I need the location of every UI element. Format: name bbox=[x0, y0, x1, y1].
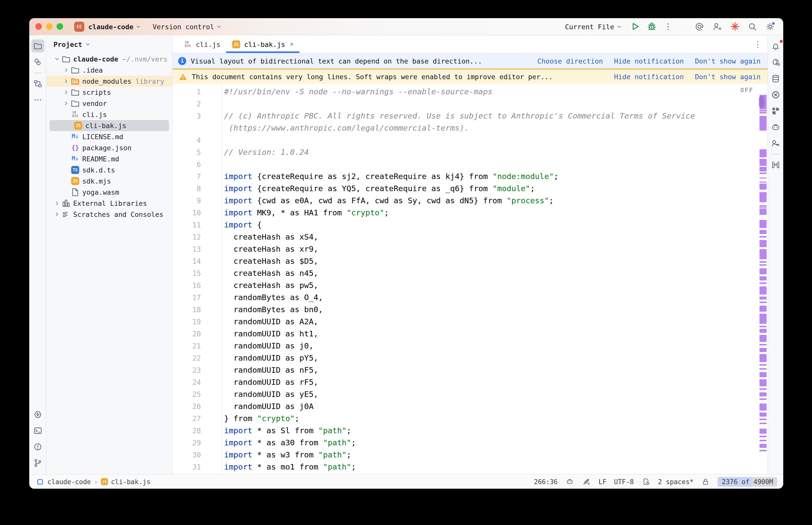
line-number[interactable]: 10 bbox=[173, 207, 222, 219]
chevron-right-icon[interactable] bbox=[62, 65, 71, 75]
search-icon[interactable] bbox=[748, 21, 757, 31]
code-line[interactable]: 10import MK9, * as HA1 from "crypto"; bbox=[173, 207, 768, 219]
line-number[interactable]: 17 bbox=[173, 291, 222, 304]
tab-options-kebab-icon[interactable]: ⋮ bbox=[754, 40, 762, 49]
tree-item[interactable]: JScli-bak.js bbox=[49, 120, 169, 131]
status-item[interactable]: 266:36 bbox=[534, 478, 558, 485]
line-number[interactable]: 15 bbox=[173, 267, 222, 280]
line-number[interactable]: 19 bbox=[173, 316, 222, 328]
code-line[interactable]: 7import {createRequire as sj2, createReq… bbox=[173, 170, 768, 183]
code-line[interactable]: 1#!/usr/bin/env -S node --no-warnings --… bbox=[173, 86, 768, 98]
line-number[interactable]: 22 bbox=[173, 352, 222, 364]
line-number[interactable]: 13 bbox=[173, 243, 222, 255]
status-item[interactable]: 2 spaces* bbox=[658, 478, 694, 485]
code-with-me-icon[interactable] bbox=[769, 137, 782, 150]
tree-item[interactable]: TSsdk.d.ts bbox=[46, 164, 172, 176]
code-line[interactable]: 8import {createRequire as YQ5, createReq… bbox=[173, 183, 768, 195]
line-number[interactable]: 27 bbox=[173, 412, 222, 425]
notification-link[interactable]: Hide notification bbox=[614, 57, 684, 65]
line-number[interactable]: 5 bbox=[173, 146, 222, 159]
tree-item[interactable]: 100JScli.js bbox=[46, 109, 172, 120]
code-line[interactable]: 22 randomUUID as pY5, bbox=[173, 352, 768, 364]
notifications-bell-icon[interactable] bbox=[769, 40, 782, 53]
line-number[interactable]: 28 bbox=[173, 425, 222, 437]
line-number[interactable]: 23 bbox=[173, 364, 222, 376]
code-line[interactable]: 6 bbox=[173, 159, 768, 170]
scrollbar-thumb[interactable] bbox=[759, 96, 764, 108]
problems-icon[interactable] bbox=[31, 440, 44, 453]
code-line[interactable]: 28import * as Sl from "path"; bbox=[173, 425, 768, 437]
code-line[interactable]: 13 createHash as xr9, bbox=[173, 243, 768, 255]
line-number[interactable] bbox=[173, 122, 222, 134]
line-number[interactable]: 8 bbox=[173, 183, 222, 195]
tree-item[interactable]: M↓README.md bbox=[46, 153, 172, 164]
tree-item[interactable]: vendor bbox=[46, 98, 172, 109]
code-line[interactable]: 4 bbox=[173, 134, 768, 146]
project-menu[interactable]: claude-code bbox=[88, 22, 142, 31]
status-item[interactable]: UTF-8 bbox=[614, 478, 634, 485]
run-configuration-selector[interactable]: Current File bbox=[565, 22, 622, 31]
code-line[interactable]: 2 bbox=[173, 98, 768, 110]
code-line[interactable]: 9import {cwd as e0A, cwd as FfA, cwd as … bbox=[173, 195, 768, 207]
code-line[interactable]: 26 randomUUID as j0A bbox=[173, 401, 768, 412]
highlighting-level-icon[interactable] bbox=[582, 477, 591, 486]
code-line[interactable]: 20 randomUUID as ht1, bbox=[173, 328, 768, 340]
code-line[interactable]: 11import { bbox=[173, 219, 768, 231]
unlock-icon[interactable] bbox=[701, 477, 710, 486]
code-line[interactable]: (https://www.anthropic.com/legal/commerc… bbox=[173, 122, 768, 134]
structure-icon[interactable] bbox=[31, 77, 44, 90]
tree-item[interactable]: yoga.wasm bbox=[46, 186, 172, 198]
tab-cli.js[interactable]: 100JScli.js bbox=[178, 35, 226, 53]
code-line[interactable]: 18 randomBytes as bn0, bbox=[173, 304, 768, 316]
chevron-right-icon[interactable] bbox=[62, 77, 71, 86]
code-line[interactable]: 25 randomUUID as yE5, bbox=[173, 388, 768, 401]
code-line[interactable]: 3// (c) Anthropic PBC. All rights reserv… bbox=[173, 110, 768, 122]
breadcrumb-file[interactable]: cli-bak.js bbox=[111, 478, 151, 485]
line-number[interactable]: 7 bbox=[173, 170, 222, 183]
line-number[interactable]: 31 bbox=[173, 461, 222, 473]
chevron-right-icon[interactable] bbox=[62, 99, 71, 108]
run-play-icon[interactable] bbox=[630, 21, 640, 31]
status-item[interactable]: LF bbox=[599, 478, 606, 485]
code-line[interactable]: 21 randomUUID as j0, bbox=[173, 340, 768, 352]
version-control-menu[interactable]: Version control bbox=[153, 22, 222, 31]
code-editor[interactable]: 1#!/usr/bin/env -S node --no-warnings --… bbox=[173, 84, 768, 474]
code-line[interactable]: 30import * as w3 from "path"; bbox=[173, 449, 768, 461]
line-number[interactable]: 20 bbox=[173, 328, 222, 340]
mentions-at-icon[interactable] bbox=[694, 21, 705, 31]
chevron-right-icon[interactable] bbox=[53, 210, 62, 219]
notification-link[interactable]: Choose direction bbox=[537, 57, 603, 65]
line-number[interactable]: 1 bbox=[173, 86, 222, 98]
more-horizontal-icon[interactable] bbox=[31, 93, 44, 106]
notification-link[interactable]: Hide notification bbox=[614, 73, 684, 81]
plugin-icon[interactable] bbox=[769, 104, 782, 118]
tab-cli-bak.js[interactable]: JScli-bak.js× bbox=[226, 35, 299, 53]
code-line[interactable]: 15 createHash as n45, bbox=[173, 267, 768, 280]
copilot-icon[interactable] bbox=[565, 477, 574, 486]
line-number[interactable]: 29 bbox=[173, 437, 222, 449]
line-number[interactable]: 16 bbox=[173, 280, 222, 291]
close-icon[interactable]: × bbox=[290, 40, 294, 48]
line-number[interactable]: 18 bbox=[173, 304, 222, 316]
code-line[interactable]: 5// Version: 1.0.24 bbox=[173, 146, 768, 159]
line-number[interactable]: 11 bbox=[173, 219, 222, 231]
debug-bug-icon[interactable] bbox=[647, 21, 656, 31]
code-line[interactable]: 19 randomUUID as A2A, bbox=[173, 316, 768, 328]
copilot-chat-icon[interactable] bbox=[769, 121, 782, 134]
memory-indicator[interactable]: 2376 of 4900M bbox=[718, 477, 778, 486]
code-line[interactable]: 12 createHash as xS4, bbox=[173, 231, 768, 243]
line-number[interactable]: 24 bbox=[173, 376, 222, 388]
minimize-window-button[interactable] bbox=[46, 23, 53, 30]
line-number[interactable]: 30 bbox=[173, 449, 222, 461]
more-kebab-icon[interactable] bbox=[663, 21, 673, 31]
chevron-right-icon[interactable] bbox=[53, 199, 62, 208]
code-line[interactable]: 23 randomUUID as nF5, bbox=[173, 364, 768, 376]
line-number[interactable]: 6 bbox=[173, 159, 222, 170]
notification-link[interactable]: Don't show again bbox=[695, 73, 761, 81]
tree-item[interactable]: node_moduleslibrary bbox=[46, 76, 172, 87]
code-line[interactable]: 27} from "crypto"; bbox=[173, 412, 768, 425]
settings-gear-icon[interactable] bbox=[765, 21, 775, 31]
notification-link[interactable]: Don't show again bbox=[695, 57, 761, 65]
inspections-off-label[interactable]: OFF bbox=[740, 87, 753, 94]
line-number[interactable]: 2 bbox=[173, 98, 222, 110]
